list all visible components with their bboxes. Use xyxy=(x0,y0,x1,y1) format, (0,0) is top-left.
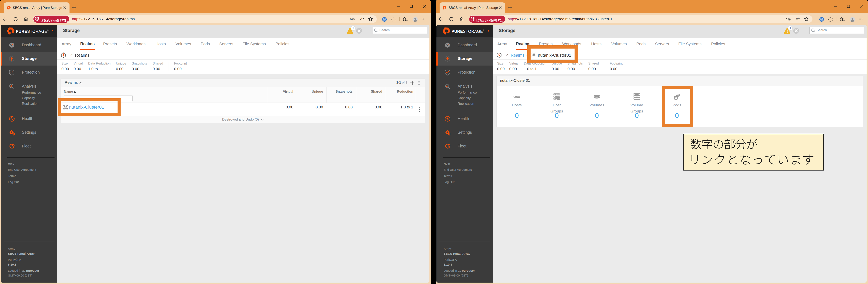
svg-text:a: a xyxy=(350,17,352,21)
svg-text:a: a xyxy=(786,17,787,21)
